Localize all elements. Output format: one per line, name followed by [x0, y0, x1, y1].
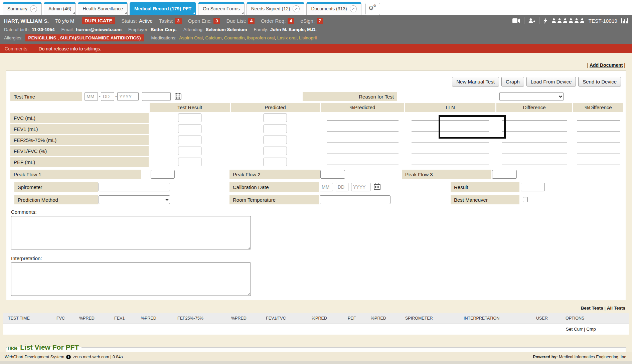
- pct-predicted-blank-line: [327, 165, 399, 165]
- room-temperature-input[interactable]: [320, 195, 390, 204]
- graph-button[interactable]: Graph: [501, 77, 524, 86]
- medication-link[interactable]: Lisinopril: [299, 35, 317, 40]
- allergies-label: Allergies:: [4, 35, 23, 40]
- tasks-count-badge[interactable]: 3: [175, 18, 181, 24]
- medication-link[interactable]: Calcium: [205, 35, 221, 40]
- send-to-device-button[interactable]: Send to Device: [578, 77, 621, 86]
- peak-flow-1-label: Peak Flow 1: [10, 170, 141, 179]
- predicted-input[interactable]: [264, 158, 287, 166]
- lightning-bolt-icon[interactable]: [543, 18, 547, 24]
- add-person-icon[interactable]: [528, 18, 535, 23]
- tab-health-surveillance[interactable]: Health Surveillance: [78, 2, 128, 15]
- medication-link[interactable]: Aspirin Oral: [179, 35, 203, 40]
- results-column-header: INTERPRETATION: [464, 316, 499, 321]
- reason-for-test-label: Reason for Test: [303, 92, 397, 101]
- calendar-icon[interactable]: [175, 93, 181, 100]
- tab-documents[interactable]: Documents (313) ↗: [306, 2, 361, 15]
- new-manual-test-button[interactable]: New Manual Test: [452, 77, 499, 86]
- popout-icon[interactable]: ↗: [293, 5, 300, 12]
- form-comments-textarea[interactable]: [11, 216, 251, 249]
- tab-admin[interactable]: Admin (46): [44, 2, 76, 15]
- test-time-month-input[interactable]: [85, 92, 98, 101]
- tab-label: Summary: [7, 6, 27, 11]
- difference-value-cell: [496, 157, 572, 167]
- calibration-day-input[interactable]: [336, 183, 348, 191]
- popout-icon[interactable]: ↗: [30, 5, 37, 12]
- peak-flow-1-input[interactable]: [151, 170, 175, 179]
- patient-name: HART, WILLIAM S.: [4, 18, 49, 24]
- allergies-badge[interactable]: PENICILLINS , SULFA(SULFONAMIDE ANTIBIOT…: [25, 34, 144, 41]
- calendar-icon[interactable]: [374, 183, 380, 190]
- best-tests-link[interactable]: Best Tests: [581, 306, 603, 311]
- interpretation-label: Interpretation:: [11, 255, 622, 261]
- bar-chart-icon[interactable]: [621, 18, 628, 23]
- patient-header: HART, WILLIAM S. 70 y/o M DUPLICATE Stat…: [0, 15, 632, 44]
- tab-bar: Summary ↗ Admin (46) Health Surveillance…: [0, 0, 632, 15]
- peak-flow-2-input[interactable]: [320, 170, 345, 179]
- reason-for-test-select[interactable]: [499, 92, 564, 101]
- info-icon[interactable]: i: [66, 355, 71, 359]
- predicted-input[interactable]: [264, 147, 287, 155]
- pct-predicted-blank-line: [327, 143, 399, 143]
- medication-link[interactable]: Lasix oral: [277, 35, 297, 40]
- all-tests-link[interactable]: All Tests: [607, 306, 625, 311]
- add-document-link[interactable]: Add Document: [590, 62, 623, 68]
- interpretation-textarea[interactable]: [11, 262, 251, 296]
- peak-flow-3-input[interactable]: [492, 170, 517, 179]
- set-curr-cmp-links[interactable]: Set Curr | Cmp: [566, 327, 596, 332]
- test-result-input[interactable]: [178, 136, 201, 144]
- predicted-input-cell: [231, 146, 320, 156]
- difference-value-cell: [496, 146, 572, 156]
- predicted-input-cell: [231, 124, 320, 134]
- calibration-month-input[interactable]: [320, 183, 333, 191]
- results-column-header: FEV1: [114, 316, 125, 321]
- order-req-count-badge[interactable]: 4: [288, 18, 294, 24]
- tab-medical-record[interactable]: Medical Record (179):PFT: [130, 2, 196, 15]
- video-camera-icon[interactable]: [512, 18, 520, 23]
- tab-on-screen-forms[interactable]: On Screen Forms: [198, 2, 244, 15]
- test-result-input[interactable]: [178, 114, 201, 122]
- lln-value-cell: [405, 157, 495, 167]
- tab-summary[interactable]: Summary ↗: [3, 2, 42, 15]
- pct-difference-value-cell: [573, 146, 623, 156]
- predicted-input[interactable]: [264, 114, 287, 122]
- due-list-count-badge[interactable]: 4: [248, 18, 255, 24]
- esign-count-badge[interactable]: 7: [317, 18, 323, 24]
- employer-label: Employer:: [128, 27, 149, 32]
- employer-value: Better Corp.: [151, 27, 177, 32]
- result-input[interactable]: [521, 183, 545, 191]
- lln-value-cell: [405, 135, 495, 145]
- test-time-time-input[interactable]: [142, 92, 171, 101]
- test-time-year-input[interactable]: [117, 92, 139, 101]
- test-result-input[interactable]: [178, 158, 201, 166]
- pct-difference-value-cell: [573, 124, 623, 134]
- predicted-input[interactable]: [264, 125, 287, 133]
- popout-icon[interactable]: ↗: [350, 5, 357, 12]
- duplicate-badge[interactable]: DUPLICATE: [82, 17, 115, 24]
- hide-link[interactable]: Hide: [8, 346, 17, 351]
- column-header: %Difference: [573, 103, 623, 112]
- spirometer-input[interactable]: [99, 183, 170, 191]
- load-from-device-button[interactable]: Load From Device: [526, 77, 576, 86]
- predicted-input-cell: [231, 113, 320, 123]
- medication-link[interactable]: Coumadin: [224, 35, 245, 40]
- medication-link[interactable]: ibuprofen oral: [247, 35, 275, 40]
- results-table-body: Set Curr | Cmp: [3, 323, 629, 335]
- prediction-method-select[interactable]: [99, 195, 170, 204]
- settings-gear-button[interactable]: ⚙ ⚙: [365, 3, 380, 15]
- results-column-header: SPIROMETER: [405, 316, 433, 321]
- test-time-day-input[interactable]: [101, 92, 114, 101]
- calibration-year-input[interactable]: [351, 183, 370, 191]
- best-maneuver-checkbox[interactable]: [523, 197, 528, 202]
- open-enc-count-badge[interactable]: 3: [213, 18, 220, 24]
- person-icon: [563, 18, 568, 23]
- attending-label: Attending:: [183, 27, 204, 32]
- test-result-input[interactable]: [178, 147, 201, 155]
- status-value: Active: [139, 18, 153, 24]
- active-users-icons[interactable]: [551, 18, 585, 23]
- peak-flow-row: Peak Flow 1 Peak Flow 2 Peak Flow 3: [10, 170, 622, 180]
- predicted-input[interactable]: [264, 136, 287, 144]
- patient-age-sex: 70 y/o M: [55, 18, 74, 24]
- tab-needs-signed[interactable]: Needs Signed (12) ↗: [247, 2, 305, 15]
- test-result-input[interactable]: [178, 125, 201, 133]
